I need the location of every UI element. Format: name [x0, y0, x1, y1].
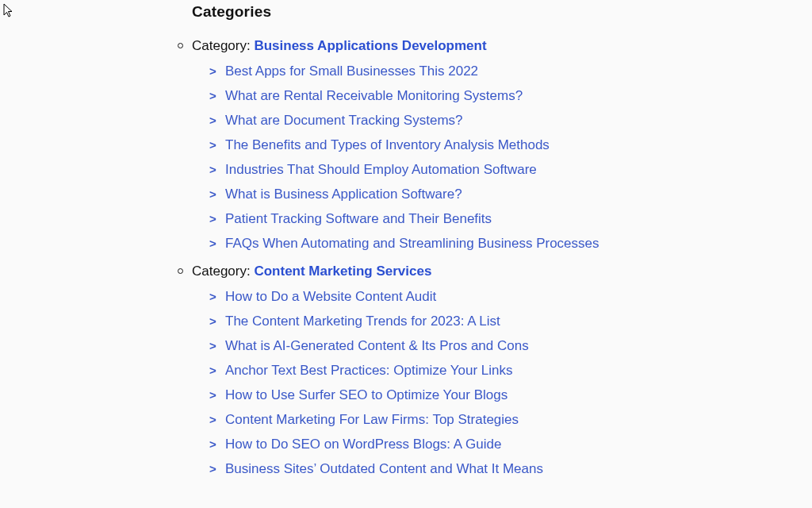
post-link[interactable]: What is Business Application Software?: [225, 187, 462, 202]
post-item: >What are Rental Receivable Monitoring S…: [209, 83, 761, 108]
post-item: >FAQs When Automating and Streamlining B…: [209, 231, 761, 256]
post-link[interactable]: How to Do a Website Content Audit: [225, 289, 436, 304]
post-link[interactable]: Anchor Text Best Practices: Optimize You…: [225, 363, 513, 378]
chevron-right-icon: >: [209, 133, 216, 157]
category-list: Category: Business Applications Developm…: [159, 35, 761, 481]
page-title: Categories: [192, 3, 761, 21]
chevron-right-icon: >: [209, 284, 216, 309]
post-item: >Anchor Text Best Practices: Optimize Yo…: [209, 358, 761, 383]
post-item: >How to Do SEO on WordPress Blogs: A Gui…: [209, 432, 761, 456]
post-item: >What are Document Tracking Systems?: [209, 108, 761, 133]
category-line: Category: Business Applications Developm…: [192, 35, 761, 57]
post-link[interactable]: Industries That Should Employ Automation…: [225, 162, 537, 177]
chevron-right-icon: >: [209, 407, 216, 432]
chevron-right-icon: >: [209, 231, 216, 256]
mouse-cursor-icon: [3, 3, 14, 19]
chevron-right-icon: >: [209, 383, 216, 407]
post-link[interactable]: Content Marketing For Law Firms: Top Str…: [225, 412, 519, 427]
post-list: >How to Do a Website Content Audit >The …: [192, 284, 761, 481]
post-link[interactable]: The Benefits and Types of Inventory Anal…: [225, 137, 550, 152]
chevron-right-icon: >: [209, 157, 216, 182]
post-item: >How to Do a Website Content Audit: [209, 284, 761, 309]
post-item: >What is Business Application Software?: [209, 182, 761, 206]
chevron-right-icon: >: [209, 59, 216, 83]
post-list: >Best Apps for Small Businesses This 202…: [192, 59, 761, 256]
category-prefix: Category:: [192, 264, 254, 279]
post-link[interactable]: The Content Marketing Trends for 2023: A…: [225, 314, 500, 329]
post-item: >Industries That Should Employ Automatio…: [209, 157, 761, 182]
post-item: >Business Sites’ Outdated Content and Wh…: [209, 456, 761, 481]
chevron-right-icon: >: [209, 309, 216, 333]
chevron-right-icon: >: [209, 456, 216, 481]
post-item: >The Content Marketing Trends for 2023: …: [209, 309, 761, 333]
post-item: >Patient Tracking Software and Their Ben…: [209, 206, 761, 231]
chevron-right-icon: >: [209, 182, 216, 206]
chevron-right-icon: >: [209, 432, 216, 456]
chevron-right-icon: >: [209, 206, 216, 231]
category-item: Category: Content Marketing Services >Ho…: [159, 260, 761, 481]
post-item: >The Benefits and Types of Inventory Ana…: [209, 133, 761, 157]
chevron-right-icon: >: [209, 108, 216, 133]
post-link[interactable]: How to Use Surfer SEO to Optimize Your B…: [225, 387, 508, 402]
category-link[interactable]: Content Marketing Services: [254, 264, 431, 279]
post-link[interactable]: How to Do SEO on WordPress Blogs: A Guid…: [225, 437, 501, 452]
post-item: >Best Apps for Small Businesses This 202…: [209, 59, 761, 83]
post-item: >Content Marketing For Law Firms: Top St…: [209, 407, 761, 432]
chevron-right-icon: >: [209, 333, 216, 358]
post-link[interactable]: Best Apps for Small Businesses This 2022: [225, 64, 478, 79]
post-link[interactable]: Patient Tracking Software and Their Bene…: [225, 211, 492, 226]
post-item: >How to Use Surfer SEO to Optimize Your …: [209, 383, 761, 407]
category-prefix: Category:: [192, 38, 254, 53]
chevron-right-icon: >: [209, 83, 216, 108]
categories-section: Categories Category: Business Applicatio…: [159, 3, 761, 486]
post-item: >What is AI-Generated Content & Its Pros…: [209, 333, 761, 358]
category-link[interactable]: Business Applications Development: [254, 38, 486, 53]
post-link[interactable]: What is AI-Generated Content & Its Pros …: [225, 338, 529, 353]
chevron-right-icon: >: [209, 358, 216, 383]
post-link[interactable]: FAQs When Automating and Streamlining Bu…: [225, 236, 599, 251]
post-link[interactable]: Business Sites’ Outdated Content and Wha…: [225, 461, 543, 476]
category-line: Category: Content Marketing Services: [192, 260, 761, 283]
post-link[interactable]: What are Rental Receivable Monitoring Sy…: [225, 88, 523, 103]
post-link[interactable]: What are Document Tracking Systems?: [225, 113, 463, 128]
category-item: Category: Business Applications Developm…: [159, 35, 761, 256]
